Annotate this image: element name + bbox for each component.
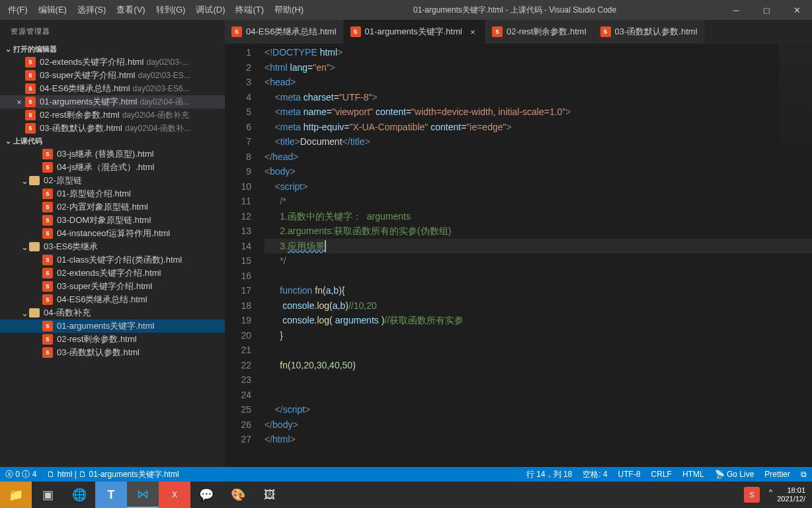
status-notifications[interactable]: ⧉ — [795, 470, 812, 479]
file-tree-item[interactable]: 502-extends关键字介绍.html — [0, 267, 225, 280]
status-golive[interactable]: 📡 Go Live — [710, 470, 760, 479]
status-eol[interactable]: CRLF — [646, 470, 677, 479]
html-icon: 🗋 — [47, 470, 55, 479]
status-prettier[interactable]: Prettier — [759, 470, 795, 479]
file-tree-item[interactable]: 502-rest剩余参数.html — [0, 333, 225, 346]
menu-item[interactable]: 件(F) — [3, 1, 33, 19]
html-icon: 5 — [231, 26, 242, 37]
file-tree-item[interactable]: 504-instanceof运算符作用.html — [0, 227, 225, 240]
taskbar-xmind[interactable]: X — [159, 482, 190, 508]
editor-tab[interactable]: 504-ES6类继承总结.html — [225, 20, 344, 44]
tab-label: 01-arguments关键字.html — [365, 26, 462, 38]
open-editor-item[interactable]: ×504-ES6类继承总结.htmlday02\03-ES6... — [0, 82, 225, 95]
workspace-header[interactable]: ⌄ 上课代码 — [0, 135, 225, 148]
html-icon: 5 — [25, 57, 36, 67]
editor[interactable]: 1234567891011121314151617181920212223242… — [225, 44, 812, 467]
taskbar-app-chat[interactable]: 💬 — [190, 482, 222, 508]
editor-tab[interactable]: 502-rest剩余参数.html — [485, 20, 594, 44]
editor-tab[interactable]: 503-函数默认参数.html — [594, 20, 705, 44]
folder-name: 04-函数补充 — [44, 307, 91, 319]
file-tree-item[interactable]: 504-js继承（混合式）.html — [0, 161, 225, 174]
folder-icon — [29, 308, 40, 318]
file-tree-item[interactable]: 501-原型链介绍.html — [0, 187, 225, 200]
file-tree-item[interactable]: 504-ES6类继承总结.html — [0, 293, 225, 306]
taskbar-chrome[interactable]: 🌐 — [63, 482, 95, 508]
html-icon: 5 — [42, 347, 53, 358]
status-breadcrumb[interactable]: 🗋 html | 🗋 01-arguments关键字.html — [42, 469, 184, 480]
file-name: 02-extends关键字介绍.html — [57, 267, 161, 279]
file-name: 01-arguments关键字.html — [40, 96, 137, 108]
close-button[interactable]: ✕ — [782, 0, 812, 20]
status-encoding[interactable]: UTF-8 — [613, 470, 646, 479]
menu-item[interactable]: 终端(T) — [230, 1, 269, 19]
file-tree-item[interactable]: 503-函数默认参数.html — [0, 346, 225, 359]
window-controls: ─ ◻ ✕ — [721, 0, 812, 20]
file-tree-item[interactable]: 503-DOM对象原型链.html — [0, 214, 225, 227]
html-icon: 5 — [25, 123, 36, 134]
html-icon: 5 — [600, 26, 611, 37]
minimap[interactable] — [779, 44, 812, 176]
taskbar-tray-up[interactable]: ˄ — [764, 482, 777, 508]
main: 资源管理器 ⌄ 打开的编辑器 ×502-extends关键字介绍.htmlday… — [0, 20, 812, 467]
status-problems[interactable]: ⓧ 0 ⓘ 4 — [0, 469, 42, 480]
folder-item[interactable]: ⌄02-原型链 — [0, 174, 225, 187]
tab-label: 02-rest剩余参数.html — [507, 26, 587, 38]
file-tree-item[interactable]: 501-class关键字介绍(类函数).html — [0, 253, 225, 267]
folder-icon — [29, 176, 40, 185]
file-name: 02-rest剩余参数.html — [40, 109, 120, 121]
taskbar-ime[interactable]: S — [744, 487, 760, 503]
tab-label: 03-函数默认参数.html — [615, 26, 698, 38]
status-spaces[interactable]: 空格: 4 — [577, 469, 612, 480]
open-editor-item[interactable]: ×502-rest剩余参数.htmlday02\04-函数补充 — [0, 108, 225, 122]
editor-tabs: 504-ES6类继承总结.html501-arguments关键字.html×5… — [225, 20, 812, 44]
file-tree-item[interactable]: 501-arguments关键字.html — [0, 319, 225, 333]
taskbar-app-t[interactable]: T — [95, 482, 127, 508]
html-icon: 5 — [42, 268, 53, 278]
workspace-label: 上课代码 — [13, 136, 42, 146]
minimize-button[interactable]: ─ — [721, 0, 751, 20]
close-icon[interactable]: × — [13, 97, 25, 107]
folder-item[interactable]: ⌄03-ES6类继承 — [0, 240, 225, 253]
html-icon: 5 — [492, 26, 503, 37]
file-tree-item[interactable]: 502-内置对象原型链.html — [0, 200, 225, 214]
status-language[interactable]: HTML — [677, 470, 710, 479]
file-name: 04-js继承（混合式）.html — [57, 161, 154, 173]
taskbar-images[interactable]: 🖼 — [254, 482, 286, 508]
open-editor-item[interactable]: ×502-extends关键字介绍.htmlday02\03-... — [0, 56, 225, 69]
taskbar-paint[interactable]: 🎨 — [222, 482, 254, 508]
editor-tab[interactable]: 501-arguments关键字.html× — [344, 20, 485, 44]
file-name: 02-rest剩余参数.html — [57, 333, 137, 345]
menu-item[interactable]: 转到(G) — [151, 1, 191, 19]
taskbar-files[interactable]: 📁 — [0, 482, 32, 508]
open-editor-item[interactable]: ×503-函数默认参数.htmlday02\04-函数补... — [0, 122, 225, 135]
folder-item[interactable]: ⌄04-函数补充 — [0, 306, 225, 319]
file-name: 01-arguments关键字.html — [57, 320, 154, 332]
open-editors-header[interactable]: ⌄ 打开的编辑器 — [0, 43, 225, 56]
close-icon[interactable]: × — [467, 27, 478, 37]
code-content[interactable]: <!DOCTYPE html><html lang="en"><head> <m… — [264, 44, 812, 467]
broadcast-icon: 📡 — [715, 470, 725, 479]
file-name: 03-super关键字介绍.html — [40, 69, 135, 81]
taskbar-clock[interactable]: 18:01 2021/12/ — [777, 486, 812, 503]
folder-name: 02-原型链 — [44, 175, 82, 187]
file-tree-item[interactable]: 503-super关键字介绍.html — [0, 280, 225, 293]
status-bar: ⓧ 0 ⓘ 4 🗋 html | 🗋 01-arguments关键字.html … — [0, 467, 812, 482]
status-ln-col[interactable]: 行 14，列 18 — [521, 469, 577, 480]
maximize-button[interactable]: ◻ — [751, 0, 782, 20]
taskbar-vscode[interactable]: ⋈ — [127, 482, 159, 508]
file-path: day02\04-函数补充 — [122, 110, 189, 121]
menu-item[interactable]: 帮助(H) — [269, 1, 309, 19]
file-path: day02\04-函... — [140, 97, 189, 108]
open-editor-item[interactable]: ×503-super关键字介绍.htmlday02\03-ES... — [0, 69, 225, 82]
menu-item[interactable]: 查看(V) — [111, 1, 150, 19]
file-name: 03-super关键字介绍.html — [57, 280, 152, 292]
open-editor-item[interactable]: ×501-arguments关键字.htmlday02\04-函... — [0, 95, 225, 108]
html-icon: 5 — [25, 97, 36, 107]
menu-item[interactable]: 调试(D) — [190, 1, 230, 19]
file-tree-item[interactable]: 503-js继承 (替换原型).html — [0, 148, 225, 161]
taskbar-terminal[interactable]: ▣ — [32, 482, 63, 508]
html-icon: 5 — [42, 215, 53, 226]
menu-item[interactable]: 选择(S) — [72, 1, 111, 19]
menu-item[interactable]: 编辑(E) — [33, 1, 72, 19]
menu-bar: 件(F)编辑(E)选择(S)查看(V)转到(G)调试(D)终端(T)帮助(H) — [0, 1, 309, 19]
